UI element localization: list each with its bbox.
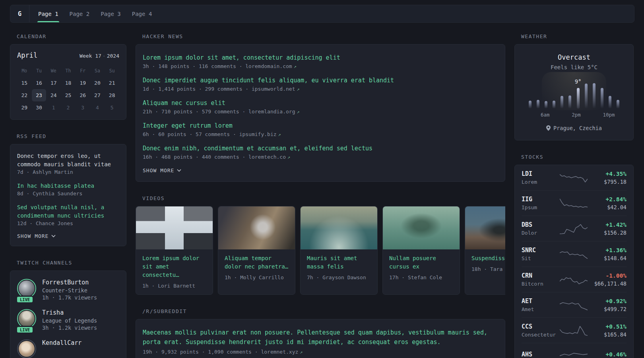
stock-name: Amet [522,306,560,312]
video-title[interactable]: Suspendisse diam [471,254,505,263]
external-link-icon[interactable]: ↗ [287,154,290,160]
right-column: WEATHER Overcast Feels like 5°C 9° 6am2p… [514,33,634,358]
video-carousel: Lorem ipsum dolor sit amet consectetu… 1… [136,206,505,295]
tab-page-3[interactable]: Page 3 [96,5,125,22]
hn-story: Integer eget rutrum lorem 6h · 60 points… [143,121,498,137]
twitch-channel-row[interactable]: LIVE Trisha League of Legends 3h · 1.2k … [17,309,119,331]
rss-item-meta: 7d · Ashlyn Martin [17,169,119,175]
calendar-week-info: Week 17·2024 [80,53,119,59]
app-logo[interactable]: G [10,5,29,22]
twitch-channel-row[interactable]: KendallCarr [17,339,119,358]
weather-hour-label [615,112,623,118]
video-card[interactable]: Suspendisse diam 18h · Tara [465,206,505,295]
stock-row[interactable]: CCSConsectetur +0.51%$165.84 [522,317,627,343]
video-title[interactable]: Nullam posuere cursus ex [389,254,453,271]
stock-row[interactable]: CRNBitcorn -1.00%$66,171.48 [522,267,627,292]
hn-story-title[interactable]: Aliquam nec cursus elit [143,99,498,107]
video-thumbnail[interactable] [465,206,505,249]
video-title[interactable]: Lorem ipsum dolor sit amet consectetu… [142,254,206,279]
weather-bar [609,96,611,109]
video-card[interactable]: Mauris sit amet massa felis 7h · Grayson… [300,206,378,295]
stock-row[interactable]: AETAmet +0.92%$499.72 [522,292,627,317]
video-card[interactable]: Aliquam tempor dolor nec pharetra… 1h · … [218,206,295,295]
rss-item-title[interactable]: Donec tempor eros leo, ut commodo mauris… [17,152,119,169]
rss-item-meta: 12d · Chance Jones [17,220,119,226]
stock-price: $499.72 [604,306,627,312]
stock-change: +0.46% [606,351,627,358]
rss-show-more-button[interactable]: SHOW MORE [17,233,119,239]
tab-page-2[interactable]: Page 2 [65,5,94,22]
video-thumbnail[interactable] [383,206,460,249]
video-meta: 1h · Lori Barnett [142,283,206,289]
weather-condition: Overcast [523,53,625,61]
stock-row[interactable]: SNRCSit +1.36%$148.64 [522,241,627,267]
weather-widget: WEATHER Overcast Feels like 5°C 9° 6am2p… [514,33,634,140]
rss-item-title[interactable]: Sed volutpat nulla nisl, a condimentum n… [17,203,119,220]
video-thumbnail[interactable] [218,206,295,249]
calendar-day: 15 [17,77,32,89]
twitch-channel-name[interactable]: KendallCarr [42,339,81,346]
tab-page-1[interactable]: Page 1 [34,5,63,22]
stock-symbol: CCS [522,323,560,330]
weather-bar [601,88,603,109]
calendar-day: 30 [32,101,47,114]
external-link-icon[interactable]: ↗ [294,64,297,69]
live-badge: LIVE [16,326,34,334]
twitch-channel-name[interactable]: Trisha [42,309,97,316]
stock-symbol: SNRC [522,247,560,254]
external-link-icon[interactable]: ↗ [297,86,300,92]
stock-symbol: IIG [522,196,560,203]
twitch-avatar-wrap: LIVE [17,279,36,301]
weather-bar [568,95,571,109]
stock-name: Sit [522,255,560,261]
hn-story-title[interactable]: Donec imperdiet augue tincidunt felis al… [143,76,498,85]
video-title[interactable]: Mauris sit amet massa felis [307,254,371,271]
stock-price: $148.64 [604,255,627,261]
weather-hour-label [588,112,596,118]
stock-row[interactable]: AHS +0.46% [522,343,627,358]
calendar-day: 28 [105,89,119,101]
stock-row[interactable]: DBSDolor +1.42%$156.28 [522,216,627,241]
rss-item-title[interactable]: In hac habitasse platea [17,182,119,190]
stock-name: Ipsum [522,204,560,210]
stock-row[interactable]: IIGIpsum +2.84%$42.04 [522,190,627,216]
hackernews-card: Lorem ipsum dolor sit amet, consectetur … [136,44,505,182]
stock-name: Dolor [522,230,560,236]
stock-name: Bitcorn [522,281,560,287]
stock-sparkline [560,348,588,358]
avatar [17,339,36,358]
twitch-avatar-wrap [17,339,36,358]
video-thumbnail[interactable] [136,206,213,249]
weather-hour-label: 10pm [603,112,615,118]
weather-bars: 9° [526,83,622,109]
subreddit-card: Maecenas mollis pulvinar erat non posuer… [136,319,505,358]
external-link-icon[interactable]: ↗ [300,349,303,355]
weather-bar [561,96,563,109]
calendar-day-header: We [46,64,61,77]
tab-page-4[interactable]: Page 4 [128,5,157,22]
external-link-icon[interactable]: ↗ [278,132,281,137]
stock-price: $156.28 [604,230,627,236]
hn-show-more-button[interactable]: SHOW MORE [143,167,498,173]
video-thumbnail[interactable] [301,206,377,249]
reddit-post-title[interactable]: Maecenas mollis pulvinar erat non posuer… [143,328,498,347]
stock-row[interactable]: LDILorem +4.35%$795.18 [522,165,627,190]
stock-sparkline [560,222,588,235]
video-card[interactable]: Lorem ipsum dolor sit amet consectetu… 1… [136,206,213,295]
twitch-channel-name[interactable]: ForrestBurton [42,279,97,286]
hn-story-title[interactable]: Lorem ipsum dolor sit amet, consectetur … [143,53,498,62]
video-title[interactable]: Aliquam tempor dolor nec pharetra… [225,254,289,271]
weather-bar [537,100,539,109]
twitch-channel-row[interactable]: LIVE ForrestBurton Counter-Strike 1h · 1… [17,279,119,301]
middle-column: HACKER NEWS Lorem ipsum dolor sit amet, … [136,33,505,358]
video-card[interactable]: Nullam posuere cursus ex 17h · Stefan Co… [382,206,460,295]
stock-symbol: AHS [522,351,560,358]
hn-story-title[interactable]: Integer eget rutrum lorem [143,121,498,130]
external-link-icon[interactable]: ↗ [297,109,300,115]
calendar-day: 2 [61,101,76,114]
hn-story-title[interactable]: Donec enim nibh, condimentum et accumsan… [143,144,498,153]
calendar-day-header: Su [105,64,119,77]
calendar-day-header: Fr [76,64,90,77]
stock-name: Consectetur [522,332,560,338]
twitch-widget: TWITCH CHANNELS LIVE ForrestBurton Count… [10,260,126,358]
